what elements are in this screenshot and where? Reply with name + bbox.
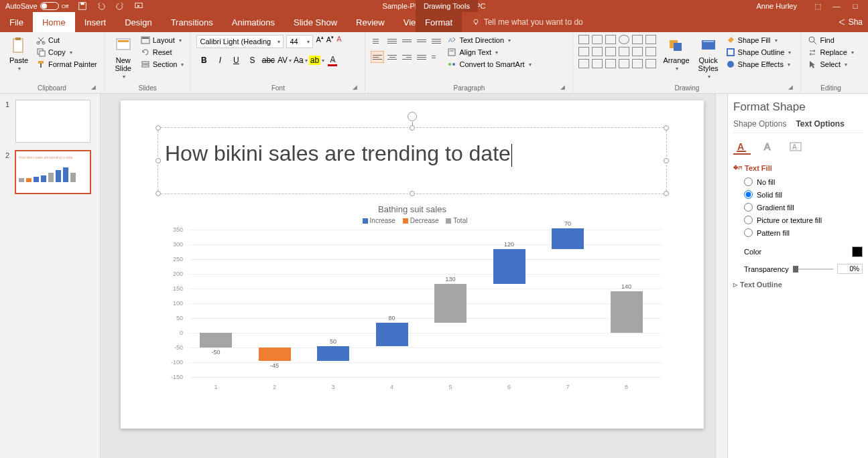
undo-icon[interactable] [97, 1, 106, 11]
save-icon[interactable] [78, 1, 87, 11]
fill-solid-radio[interactable]: Solid fill [744, 190, 863, 199]
align-left-button[interactable] [371, 51, 384, 63]
replace-button[interactable]: Replace▾ [806, 47, 855, 58]
decrease-indent-button[interactable] [400, 35, 414, 47]
color-picker[interactable] [852, 246, 863, 257]
paragraph-launcher-icon[interactable]: ◢ [559, 84, 566, 90]
align-text-button[interactable]: Align Text▾ [446, 47, 532, 58]
bar-4[interactable]: 80 [373, 230, 412, 377]
bullets-button[interactable] [371, 35, 384, 47]
slide-canvas[interactable]: How bikini sales are trending to date Ba… [101, 94, 715, 458]
fill-pattern-radio[interactable]: Pattern fill [744, 228, 863, 237]
section-button[interactable]: Section▾ [139, 59, 186, 70]
drawing-launcher-icon[interactable]: ◢ [787, 84, 794, 90]
increase-indent-button[interactable] [415, 35, 428, 47]
resize-handle-bl[interactable] [156, 191, 161, 196]
resize-handle-tm[interactable] [410, 125, 415, 131]
cut-button[interactable]: Cut [35, 35, 99, 46]
vertical-scrollbar[interactable] [715, 94, 727, 458]
shrink-font-button[interactable]: A▾ [326, 35, 334, 48]
tab-transitions[interactable]: Transitions [162, 12, 223, 32]
tab-animations[interactable]: Animations [223, 12, 284, 32]
fill-none-radio[interactable]: No fill [744, 177, 863, 186]
resize-handle-tr[interactable] [664, 125, 669, 131]
tab-slideshow[interactable]: Slide Show [284, 12, 347, 32]
select-button[interactable]: Select▾ [806, 59, 855, 70]
new-slide-button[interactable]: New Slide▾ [110, 35, 137, 81]
line-spacing-button[interactable] [430, 35, 443, 47]
align-center-button[interactable] [385, 51, 399, 63]
numbering-button[interactable] [385, 35, 399, 47]
tab-format[interactable]: Format [416, 12, 462, 32]
title-text[interactable]: How bikini sales are trending to date [158, 128, 666, 180]
copy-button[interactable]: Copy▾ [35, 47, 99, 58]
grow-font-button[interactable]: A▴ [316, 35, 323, 48]
bar-7[interactable]: 70 [548, 230, 587, 377]
transparency-value[interactable]: 0% [837, 264, 863, 274]
resize-handle-tl[interactable] [156, 125, 161, 131]
autosave-pill[interactable] [40, 2, 59, 10]
resize-handle-bm[interactable] [410, 191, 415, 196]
justify-button[interactable] [415, 51, 428, 63]
pane-tab-text-options[interactable]: Text Options [796, 119, 844, 133]
share-button[interactable]: Sha [832, 12, 868, 32]
bar-5[interactable]: 130 [431, 230, 470, 377]
columns-button[interactable] [430, 51, 443, 63]
autosave-toggle[interactable]: AutoSave Off [5, 2, 68, 10]
bar-1[interactable]: -50 [196, 230, 235, 377]
bar-3[interactable]: 50 [314, 230, 353, 377]
italic-button[interactable]: I [212, 54, 227, 67]
tab-design[interactable]: Design [115, 12, 161, 32]
quick-styles-button[interactable]: Quick Styles▾ [695, 35, 722, 81]
convert-smartart-button[interactable]: Convert to SmartArt▾ [446, 59, 532, 70]
char-spacing-button[interactable]: AV▾ [277, 54, 292, 67]
paste-button[interactable]: Paste▾ [5, 35, 32, 73]
strikethrough-button[interactable]: abc [261, 54, 275, 67]
shape-effects-button[interactable]: Shape Effects▾ [725, 59, 793, 70]
fill-picture-radio[interactable]: Picture or texture fill [744, 216, 863, 224]
rotate-handle[interactable] [408, 112, 417, 121]
font-launcher-icon[interactable]: ◢ [351, 84, 358, 90]
ribbon-display-icon[interactable]: ⬚ [810, 2, 825, 11]
highlight-button[interactable]: ab▾ [309, 54, 324, 67]
start-from-beginning-icon[interactable] [134, 1, 143, 11]
reset-button[interactable]: Reset [139, 47, 186, 58]
user-name[interactable]: Anne Hurley [756, 2, 797, 10]
text-direction-button[interactable]: AText Direction▾ [446, 35, 532, 46]
change-case-button[interactable]: Aa▾ [293, 54, 308, 67]
resize-handle-mr[interactable] [664, 158, 669, 163]
tab-review[interactable]: Review [347, 12, 394, 32]
resize-handle-br[interactable] [664, 191, 669, 196]
shapes-gallery[interactable] [578, 35, 658, 70]
bold-button[interactable]: B [196, 54, 211, 67]
tab-file[interactable]: File [0, 12, 33, 32]
find-button[interactable]: Find [806, 35, 855, 46]
bar-8[interactable]: 140 [607, 230, 646, 377]
title-placeholder[interactable]: How bikini sales are trending to date [158, 127, 667, 194]
underline-button[interactable]: U [229, 54, 243, 67]
minimize-icon[interactable]: — [829, 2, 844, 11]
text-fill-section[interactable]: �লেText Fill [733, 164, 863, 172]
maximize-icon[interactable]: □ [848, 2, 863, 11]
transparency-slider[interactable] [793, 269, 833, 270]
clipboard-launcher-icon[interactable]: ◢ [90, 84, 97, 90]
resize-handle-ml[interactable] [156, 158, 161, 163]
bar-6[interactable]: 120 [490, 230, 529, 377]
tell-me-search[interactable]: Tell me what you want to do [472, 12, 583, 32]
fill-gradient-radio[interactable]: Gradient fill [744, 203, 863, 212]
shape-fill-button[interactable]: Shape Fill▾ [725, 35, 793, 46]
arrange-button[interactable]: Arrange▾ [660, 35, 692, 73]
tab-home[interactable]: Home [33, 12, 75, 32]
redo-icon[interactable] [115, 1, 125, 11]
waterfall-chart[interactable]: Bathing suit sales Increase Decrease Tot… [158, 204, 667, 412]
thumbnail-2[interactable]: 2 How bikini sales are trending to date [5, 151, 95, 193]
bar-2[interactable]: -45 [255, 230, 294, 377]
font-size-combo[interactable]: 44▾ [286, 35, 313, 48]
font-color-button[interactable]: A▾ [325, 54, 340, 67]
clear-formatting-button[interactable]: A [336, 35, 341, 48]
textbox-icon[interactable]: A [787, 140, 804, 155]
format-painter-button[interactable]: Format Painter [35, 59, 99, 70]
font-name-combo[interactable]: Calibri Light (Heading▾ [196, 35, 284, 48]
layout-button[interactable]: Layout▾ [139, 35, 186, 46]
text-effects-icon[interactable]: A [760, 140, 778, 155]
